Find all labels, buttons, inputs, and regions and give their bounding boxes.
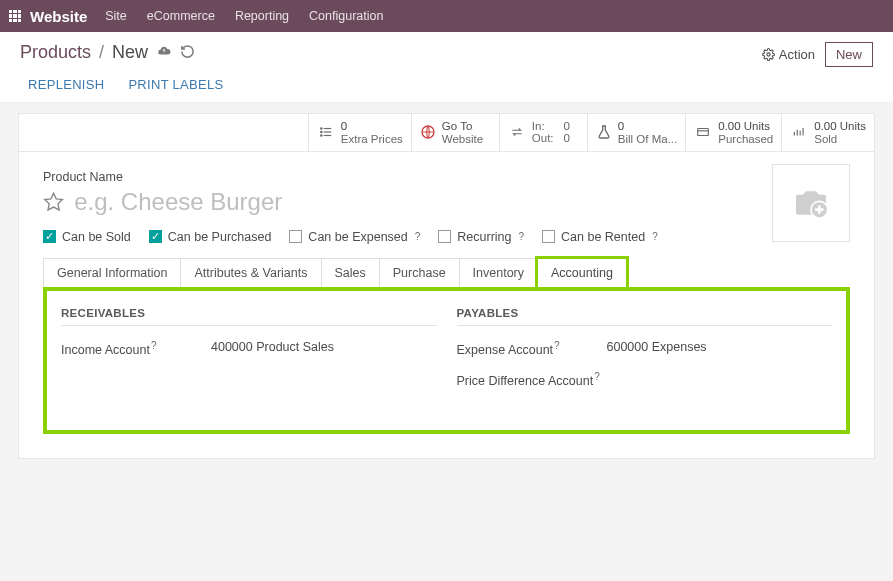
help-icon[interactable]: ?: [594, 371, 600, 382]
stat-value: 0: [341, 120, 403, 133]
top-navbar: Website Site eCommerce Reporting Configu…: [0, 0, 893, 32]
globe-icon: [420, 124, 436, 140]
help-icon[interactable]: ?: [554, 340, 560, 351]
breadcrumb-bar: Products / New Action New: [0, 32, 893, 67]
swap-icon: [508, 125, 526, 139]
help-icon[interactable]: ?: [151, 340, 157, 351]
stat-in-out[interactable]: In:0 Out:0: [499, 114, 587, 151]
app-brand[interactable]: Website: [30, 8, 87, 25]
menu-site[interactable]: Site: [105, 9, 127, 23]
card-icon: [694, 125, 712, 139]
gear-icon: [762, 48, 775, 61]
menu-ecommerce[interactable]: eCommerce: [147, 9, 215, 23]
stat-extra-prices[interactable]: 0Extra Prices: [308, 114, 411, 151]
bars-icon: [790, 125, 808, 139]
help-icon[interactable]: ?: [652, 231, 658, 242]
accounting-panel: RECEIVABLES Income Account? 400000 Produ…: [43, 287, 850, 434]
breadcrumb-current: New: [112, 42, 148, 63]
payables-heading: PAYABLES: [457, 307, 833, 326]
stat-value: 0.00 Units: [814, 120, 866, 133]
discard-icon[interactable]: [180, 44, 195, 62]
checkbox-recurring[interactable]: Recurring?: [438, 230, 524, 244]
expense-account-label: Expense Account?: [457, 340, 607, 357]
payables-column: PAYABLES Expense Account? 600000 Expense…: [457, 307, 833, 402]
receivables-heading: RECEIVABLES: [61, 307, 437, 326]
stat-in-value: 0: [564, 120, 570, 132]
list-icon: [317, 125, 335, 139]
help-icon[interactable]: ?: [519, 231, 525, 242]
checkbox-can-be-expensed[interactable]: Can be Expensed?: [289, 230, 420, 244]
checkbox-label: Can be Sold: [62, 230, 131, 244]
receivables-column: RECEIVABLES Income Account? 400000 Produ…: [61, 307, 437, 402]
stat-value: 0: [618, 120, 677, 133]
checkbox-label: Can be Rented: [561, 230, 645, 244]
checkbox-label: Can be Purchased: [168, 230, 272, 244]
breadcrumb-root[interactable]: Products: [20, 42, 91, 63]
stat-purchased[interactable]: 0.00 UnitsPurchased: [685, 114, 781, 151]
svg-marker-11: [45, 193, 63, 210]
stat-buttons-row: 0Extra Prices Go ToWebsite In:0 Out:0 0B…: [19, 114, 874, 152]
tab-sales[interactable]: Sales: [321, 258, 380, 288]
tab-attributes-variants[interactable]: Attributes & Variants: [180, 258, 321, 288]
tab-accounting[interactable]: Accounting: [537, 258, 627, 288]
favorite-star-icon[interactable]: [43, 191, 64, 213]
subaction-tabs: REPLENISH PRINT LABELS: [0, 67, 893, 103]
stat-in-label: In:: [532, 120, 545, 132]
cloud-save-icon[interactable]: [156, 44, 172, 61]
expense-account-value[interactable]: 600000 Expenses: [607, 340, 707, 354]
income-account-value[interactable]: 400000 Product Sales: [211, 340, 334, 354]
action-button[interactable]: Action: [762, 47, 815, 62]
tab-inventory[interactable]: Inventory: [459, 258, 538, 288]
stat-label: Extra Prices: [341, 133, 403, 145]
checkbox-can-be-rented[interactable]: Can be Rented?: [542, 230, 658, 244]
checkbox-can-be-sold[interactable]: ✓Can be Sold: [43, 230, 131, 244]
stat-label: Sold: [814, 133, 837, 145]
stat-sold[interactable]: 0.00 UnitsSold: [781, 114, 874, 151]
product-form: 0Extra Prices Go ToWebsite In:0 Out:0 0B…: [18, 113, 875, 459]
page-actions: Action New: [762, 42, 873, 67]
subtab-replenish[interactable]: REPLENISH: [28, 77, 104, 92]
form-tabs: General Information Attributes & Variant…: [43, 258, 850, 288]
price-diff-account-label: Price Difference Account?: [457, 371, 607, 388]
camera-plus-icon: [789, 183, 833, 223]
help-icon[interactable]: ?: [415, 231, 421, 242]
action-label: Action: [779, 47, 815, 62]
product-name-label: Product Name: [43, 170, 850, 184]
stat-label: Website: [442, 133, 483, 145]
stat-label: Bill Of Ma...: [618, 133, 677, 145]
stat-label: Purchased: [718, 133, 773, 145]
svg-rect-8: [698, 129, 709, 136]
product-name-input[interactable]: [74, 188, 850, 216]
flask-icon: [596, 124, 612, 140]
product-options-row: ✓Can be Sold ✓Can be Purchased Can be Ex…: [43, 230, 850, 244]
stat-value: Go To: [442, 120, 483, 133]
tab-general-information[interactable]: General Information: [43, 258, 181, 288]
new-button[interactable]: New: [825, 42, 873, 67]
stat-bom[interactable]: 0Bill Of Ma...: [587, 114, 685, 151]
breadcrumb-sep: /: [99, 42, 104, 63]
subtab-print-labels[interactable]: PRINT LABELS: [128, 77, 223, 92]
stat-goto-website[interactable]: Go ToWebsite: [411, 114, 499, 151]
svg-point-4: [320, 128, 321, 129]
svg-point-6: [320, 135, 321, 136]
stat-out-value: 0: [564, 132, 570, 144]
apps-grid-icon[interactable]: [8, 9, 22, 23]
svg-point-5: [320, 132, 321, 133]
breadcrumb: Products / New: [20, 42, 195, 63]
checkbox-label: Recurring: [457, 230, 511, 244]
menu-configuration[interactable]: Configuration: [309, 9, 383, 23]
checkbox-label: Can be Expensed: [308, 230, 407, 244]
product-image-upload[interactable]: [772, 164, 850, 242]
checkbox-can-be-purchased[interactable]: ✓Can be Purchased: [149, 230, 272, 244]
svg-point-0: [767, 53, 770, 56]
stat-value: 0.00 Units: [718, 120, 773, 133]
stat-out-label: Out:: [532, 132, 554, 144]
menu-reporting[interactable]: Reporting: [235, 9, 289, 23]
tab-purchase[interactable]: Purchase: [379, 258, 460, 288]
income-account-label: Income Account?: [61, 340, 211, 357]
